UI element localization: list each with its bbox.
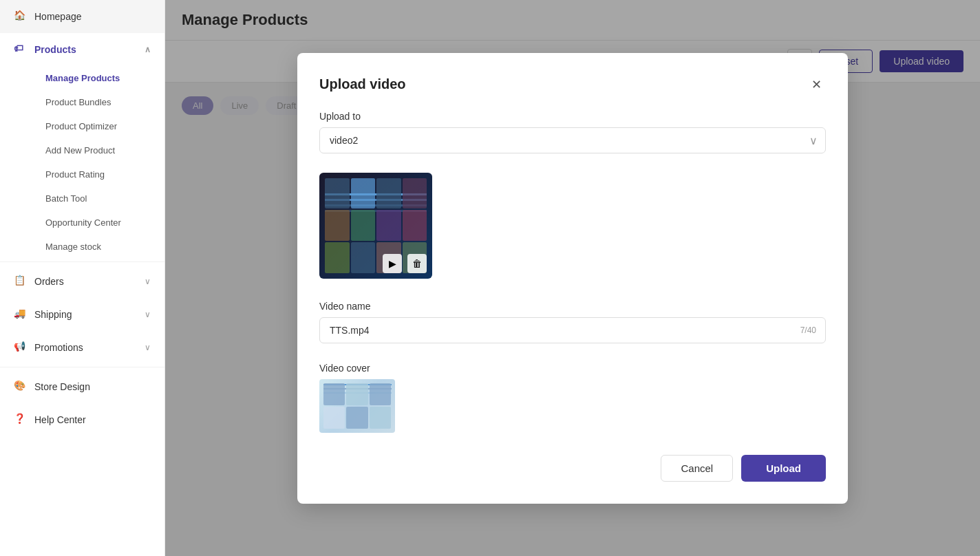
video-name-label: Video name (319, 301, 826, 312)
video-delete-icon[interactable]: 🗑 (407, 254, 427, 273)
tag-icon: 🏷 (14, 43, 28, 56)
list-icon: 📋 (14, 275, 28, 288)
sidebar: 🏠 Homepage 🏷 Products ∧ Manage Products … (0, 0, 165, 556)
upload-to-section: Upload to video1 video2 video3 ∨ (319, 111, 826, 153)
sidebar-item-manage-products[interactable]: Manage Products (34, 66, 164, 90)
brush-icon: 🎨 (14, 380, 28, 394)
sidebar-item-homepage[interactable]: 🏠 Homepage (0, 0, 164, 33)
upload-to-select[interactable]: video1 video2 video3 (319, 127, 826, 153)
products-submenu: Manage Products Product Bundles Product … (0, 66, 164, 259)
sidebar-item-product-rating[interactable]: Product Rating (34, 162, 164, 186)
upload-video-modal: Upload video ✕ Upload to video1 video2 v… (297, 53, 848, 504)
modal-close-button[interactable]: ✕ (807, 75, 826, 94)
sidebar-item-opportunity-center[interactable]: Opportunity Center (34, 211, 164, 235)
chevron-down-icon-3: ∨ (145, 343, 151, 352)
thumb-icons: ▶ 🗑 (377, 248, 432, 279)
sidebar-item-add-new-product[interactable]: Add New Product (34, 138, 164, 162)
divider-1 (0, 261, 164, 262)
main-content: Manage Products 📅 Reset Upload video All… (165, 0, 980, 556)
video-cover-label: Video cover (319, 363, 826, 374)
chevron-down-icon-2: ∨ (145, 310, 151, 319)
sidebar-item-orders[interactable]: 📋 Orders ∨ (0, 265, 164, 298)
modal-header: Upload video ✕ (319, 75, 826, 94)
video-name-input-wrapper: 7/40 (319, 317, 826, 343)
modal-title: Upload video (319, 76, 406, 92)
sidebar-item-product-optimizer[interactable]: Product Optimizer (34, 114, 164, 138)
video-cover-thumbnail[interactable] (319, 379, 395, 433)
video-name-count: 7/40 (800, 325, 816, 335)
video-play-icon[interactable]: ▶ (383, 254, 402, 273)
divider-2 (0, 367, 164, 367)
sidebar-item-products[interactable]: 🏷 Products ∧ (0, 33, 164, 66)
modal-footer: Cancel Upload (319, 455, 826, 482)
upload-to-label: Upload to (319, 111, 826, 122)
sidebar-item-shipping[interactable]: 🚚 Shipping ∨ (0, 298, 164, 331)
sidebar-item-help-center[interactable]: ❓ Help Center (0, 403, 164, 436)
video-thumb-container: ▶ 🗑 (319, 173, 432, 279)
upload-to-select-wrapper: video1 video2 video3 ∨ (319, 127, 826, 153)
sidebar-item-store-design[interactable]: 🎨 Store Design (0, 370, 164, 403)
sidebar-item-manage-stock[interactable]: Manage stock (34, 235, 164, 259)
sidebar-item-promotions[interactable]: 📢 Promotions ∨ (0, 331, 164, 364)
question-icon: ❓ (14, 413, 28, 427)
video-name-input[interactable] (319, 317, 826, 343)
sidebar-item-product-bundles[interactable]: Product Bundles (34, 90, 164, 114)
chevron-up-icon: ∧ (145, 45, 151, 54)
video-cover-section: Video cover (319, 363, 826, 433)
chevron-down-icon: ∨ (145, 277, 151, 286)
truck-icon: 🚚 (14, 308, 28, 321)
upload-button[interactable]: Upload (741, 455, 826, 482)
video-name-section: Video name 7/40 (319, 301, 826, 343)
megaphone-icon: 📢 (14, 341, 28, 354)
sidebar-item-batch-tool[interactable]: Batch Tool (34, 186, 164, 211)
video-thumbnail-section: ▶ 🗑 (319, 173, 826, 281)
home-icon: 🏠 (14, 10, 28, 23)
modal-overlay[interactable]: Upload video ✕ Upload to video1 video2 v… (165, 0, 980, 556)
cancel-button[interactable]: Cancel (661, 455, 733, 482)
